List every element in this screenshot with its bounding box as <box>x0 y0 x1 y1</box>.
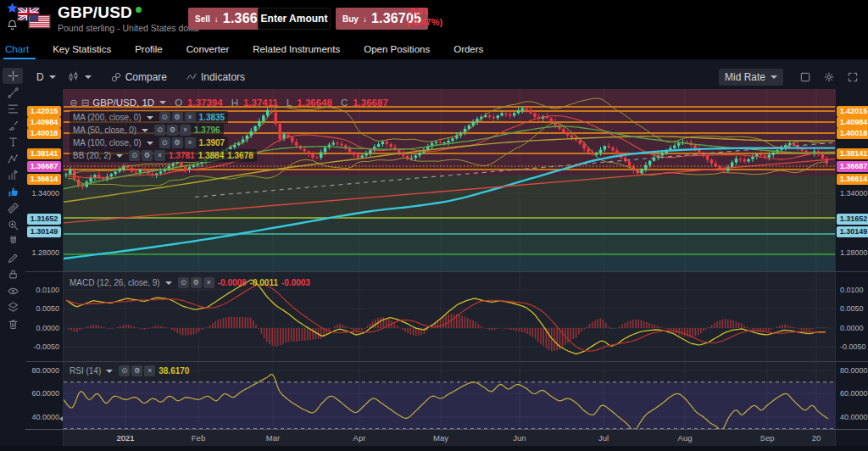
tab-chart[interactable]: Chart <box>0 38 41 59</box>
midrate-label: Mid Rate <box>725 71 765 83</box>
ma50-value: 1.3796 <box>194 125 220 135</box>
series-title: GBP/USD, 1D <box>92 97 154 108</box>
close-icon[interactable]: × <box>144 365 155 376</box>
macd-value: -0.0011 <box>250 278 278 287</box>
brush-icon[interactable] <box>3 118 23 134</box>
fullscreen-icon[interactable] <box>843 68 863 86</box>
thumbs-up-icon[interactable] <box>3 184 23 200</box>
enter-amount-button[interactable]: Enter Amount <box>258 8 331 30</box>
visibility-icon[interactable]: ⊙ <box>154 125 165 136</box>
forecast-icon[interactable] <box>3 167 23 183</box>
visibility-icon[interactable]: ⊙ <box>159 112 170 123</box>
open-label: O <box>175 97 182 108</box>
sell-label: Sell <box>195 14 210 24</box>
trendline-icon[interactable] <box>3 85 23 101</box>
us-flag-icon <box>28 14 51 29</box>
collapse-circle-icon[interactable]: ⊖ <box>70 97 78 109</box>
pane-separator[interactable] <box>25 361 868 362</box>
rsi-value: 38.6170 <box>159 366 189 376</box>
settings-gear-icon[interactable]: ⚙ <box>172 137 183 148</box>
visibility-icon[interactable]: ⊙ <box>178 277 189 288</box>
drawing-mode-icon[interactable] <box>3 250 23 266</box>
chevron-down-icon[interactable] <box>142 129 148 132</box>
price-badge: 1.36614 <box>27 174 61 185</box>
price-badge: 1.30149 <box>837 226 868 237</box>
change-percent: (-0.47%) <box>407 17 442 28</box>
ruler-icon[interactable] <box>3 200 23 216</box>
price-badge: 1.38141 <box>837 148 868 159</box>
close-icon[interactable]: × <box>180 125 191 136</box>
pane-separator[interactable] <box>25 271 868 272</box>
zoom-in-icon[interactable] <box>3 217 23 233</box>
chevron-down-icon[interactable] <box>159 101 166 104</box>
price-scale-right[interactable]: 1.420151.409841.400181.381411.366871.366… <box>835 89 868 446</box>
magnet-icon[interactable] <box>3 233 23 249</box>
time-label: 20 <box>812 433 821 443</box>
settings-gear-icon[interactable] <box>819 68 839 86</box>
close-icon[interactable]: × <box>203 277 214 288</box>
snapshot-icon[interactable] <box>795 68 815 86</box>
settings-gear-icon[interactable]: ⚙ <box>131 365 142 376</box>
close-icon[interactable]: × <box>185 112 196 123</box>
settings-gear-icon[interactable]: ⚙ <box>191 277 202 288</box>
chevron-down-icon <box>771 75 777 79</box>
tab-open-positions[interactable]: Open Positions <box>352 38 442 59</box>
visibility-icon[interactable]: ⊙ <box>119 365 130 376</box>
price-scale-left[interactable]: 1.420151.409841.400181.381411.366871.366… <box>25 89 64 446</box>
tab-orders[interactable]: Orders <box>442 38 495 59</box>
macd-label: MACD (12, 26, close, 9) <box>70 278 160 287</box>
buy-label: Buy <box>342 14 359 24</box>
time-label: Aug <box>678 433 693 443</box>
lock-all-icon[interactable] <box>3 266 23 282</box>
close-icon[interactable]: × <box>154 150 165 161</box>
chevron-down-icon[interactable] <box>147 142 153 145</box>
hide-all-icon[interactable] <box>3 283 23 299</box>
indicators-label: Indicators <box>201 71 245 83</box>
xabcd-pattern-icon[interactable] <box>3 151 23 167</box>
chevron-down-icon[interactable] <box>116 154 123 158</box>
indicators-button[interactable]: Indicators <box>180 69 251 86</box>
chart-type-selector[interactable] <box>62 69 97 86</box>
chevron-down-icon[interactable] <box>147 116 153 120</box>
macd-signal-value: -0.0003 <box>281 278 310 287</box>
tab-related-instruments[interactable]: Related Instruments <box>241 38 352 59</box>
settings-gear-icon[interactable]: ⚙ <box>167 125 178 136</box>
price-badge: 1.31652 <box>27 214 61 225</box>
chart-toolbar: D Compare Indicators Mid Rate <box>25 64 868 90</box>
settings-gear-icon[interactable]: ⚙ <box>142 150 153 161</box>
minimize-icon[interactable]: ⊟ <box>81 97 90 109</box>
axis-tick-label: 0.0100 <box>36 286 59 294</box>
compare-button[interactable]: Compare <box>104 69 173 86</box>
bb-label: BB (20, 2) <box>73 151 111 160</box>
axis-tick-label: 1.28000 <box>31 248 59 257</box>
time-axis[interactable]: 2021FebMarAprMayJunJulAugSep20 <box>25 430 868 446</box>
text-icon[interactable] <box>3 134 23 150</box>
interval-selector[interactable]: D <box>31 69 62 86</box>
chevron-down-icon[interactable] <box>165 281 172 285</box>
object-tree-icon[interactable] <box>3 299 23 315</box>
time-label: Apr <box>353 433 366 443</box>
fibonacci-icon[interactable] <box>3 101 23 117</box>
price-badge: 1.40984 <box>27 117 61 128</box>
price-badge: 1.40018 <box>837 128 868 139</box>
tab-profile[interactable]: Profile <box>123 38 175 59</box>
axis-tick-label: 0.0050 <box>36 304 59 313</box>
midrate-selector[interactable]: Mid Rate <box>719 69 783 86</box>
crosshair-icon[interactable] <box>3 68 23 84</box>
tab-converter[interactable]: Converter <box>175 38 242 59</box>
compare-label: Compare <box>125 71 167 83</box>
settings-gear-icon[interactable]: ⚙ <box>172 112 183 123</box>
ma50-legend: MA (50, close, 0) ⊙⚙× 1.3796 <box>70 124 224 136</box>
pair-flags <box>17 7 54 32</box>
axis-tick-label: 0.0050 <box>840 304 864 313</box>
ma200-label: MA (200, close, 0) <box>73 113 142 122</box>
chevron-down-icon[interactable] <box>106 370 113 373</box>
visibility-icon[interactable]: ⊙ <box>129 150 140 161</box>
visibility-icon[interactable]: ⊙ <box>159 137 170 148</box>
close-icon[interactable]: × <box>185 137 196 148</box>
remove-all-icon[interactable] <box>3 316 23 332</box>
price-badge: 1.36687 <box>837 161 868 172</box>
tab-key-statistics[interactable]: Key Statistics <box>41 38 123 59</box>
macd-legend: MACD (12, 26, close, 9) ⊙⚙× -0.0008 -0.0… <box>70 277 310 288</box>
bb-lower-value: 1.3678 <box>227 151 253 160</box>
